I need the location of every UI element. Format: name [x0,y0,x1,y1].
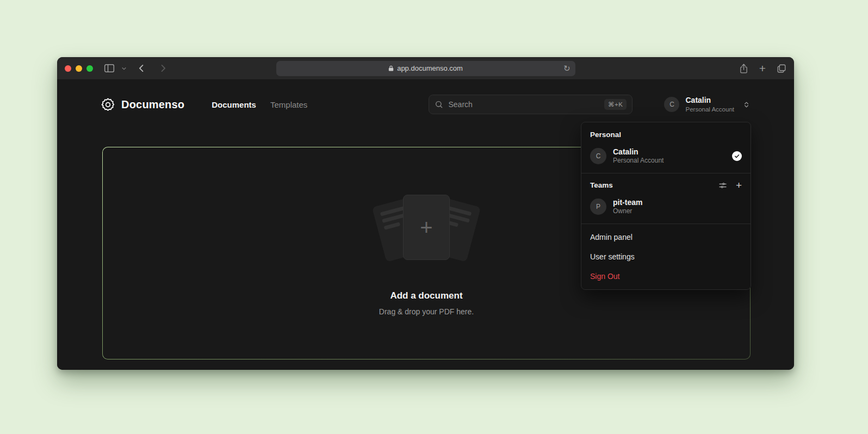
personal-account-type: Personal Account [613,157,664,165]
account-avatar: C [664,97,679,112]
document-stack-illustration: + [367,190,486,273]
main-nav: Documents Templates [212,100,307,109]
dropzone-title: Add a document [390,290,462,301]
personal-section-label: Personal [585,126,747,142]
personal-account-avatar: C [590,148,606,164]
share-icon [739,63,748,74]
sidebar-toggle-button[interactable] [104,64,115,73]
selected-check-icon [732,151,742,161]
zoom-window-button[interactable] [86,65,93,72]
brand-name: Documenso [121,98,184,111]
search-input[interactable]: Search ⌘+K [429,95,633,114]
menu-divider [581,173,751,173]
manage-teams-button[interactable] [718,181,727,190]
share-button[interactable] [739,63,748,74]
menu-item-user-settings[interactable]: User settings [585,247,747,266]
forward-button[interactable] [158,63,168,73]
titlebar-left-group [65,63,276,73]
account-type: Personal Account [685,106,734,113]
menu-divider [581,224,751,224]
add-team-button[interactable]: + [736,181,742,190]
nav-item-templates[interactable]: Templates [270,100,307,109]
plus-icon: + [420,216,432,238]
tabs-icon [777,64,786,73]
chevron-up-down-icon [742,101,751,109]
minimize-window-button[interactable] [76,65,82,72]
search-shortcut-badge: ⌘+K [604,99,627,110]
search-icon [435,100,443,109]
brand-logo-link[interactable]: Documenso [101,97,184,112]
chevron-down-icon [121,66,127,71]
traffic-lights [65,65,93,72]
documenso-logo-icon [101,97,115,112]
teams-section-header: Teams + [585,177,747,193]
close-window-button[interactable] [65,65,71,72]
personal-account-name: Catalin [613,147,664,157]
team-name: pit-team [613,197,642,207]
chevron-right-icon [158,63,168,73]
document-card-center: + [403,195,450,260]
account-name: Catalin [685,96,734,106]
nav-item-documents[interactable]: Documents [212,100,256,109]
refresh-button[interactable]: ↻ [563,63,571,74]
teams-section-label: Teams [590,181,613,189]
new-tab-button[interactable]: + [759,64,766,73]
team-role: Owner [613,207,642,216]
search-placeholder: Search [448,100,472,109]
account-dropdown-menu: Personal C Catalin Personal Account Team… [581,122,751,290]
personal-account-item[interactable]: C Catalin Personal Account [585,142,747,170]
desktop-background: app.documenso.com ↻ + [0,0,868,434]
browser-window: app.documenso.com ↻ + [57,57,794,370]
titlebar-right-group: + [739,63,786,74]
account-menu-trigger[interactable]: C Catalin Personal Account [664,96,751,113]
back-button[interactable] [137,63,147,73]
menu-item-sign-out[interactable]: Sign Out [585,266,747,286]
address-bar[interactable]: app.documenso.com ↻ [276,61,575,76]
lock-icon [388,65,394,72]
sidebar-icon [104,64,115,73]
url-text: app.documenso.com [397,64,463,72]
dropzone-subtitle: Drag & drop your PDF here. [379,307,474,316]
team-item[interactable]: P pit-team Owner [585,193,747,220]
toolbar-chevron-button[interactable] [121,66,127,71]
sliders-icon [718,181,727,190]
team-avatar: P [590,199,606,215]
chevron-left-icon [137,63,147,73]
app-content: Documenso Documents Templates Search ⌘+K… [57,80,794,370]
browser-titlebar: app.documenso.com ↻ + [57,57,794,80]
tab-overview-button[interactable] [777,64,786,73]
menu-item-admin-panel[interactable]: Admin panel [585,227,747,247]
